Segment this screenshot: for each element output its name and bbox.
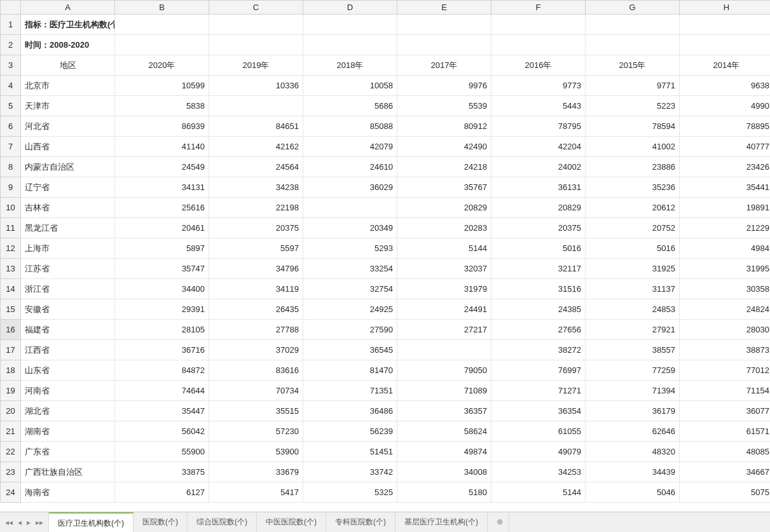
tab-nav-next-icon[interactable]: ▸ [25,518,32,527]
value-cell[interactable]: 61055 [492,421,586,442]
value-cell[interactable]: 36131 [492,177,586,198]
value-cell[interactable]: 85088 [303,116,397,137]
value-cell[interactable]: 4990 [680,96,771,116]
tab-nav-first-icon[interactable]: ◂◂ [4,518,14,527]
row-header-14[interactable]: 14 [1,279,21,299]
add-sheet-icon[interactable]: ⊕ [488,512,509,532]
region-cell[interactable]: 广西壮族自治区 [21,462,115,482]
value-cell[interactable]: 34238 [209,177,303,198]
value-cell[interactable]: 35515 [209,401,303,421]
value-cell[interactable]: 32117 [492,259,586,279]
header-year[interactable]: 2017年 [397,55,492,76]
value-cell[interactable]: 86939 [115,116,209,137]
value-cell[interactable]: 20612 [586,198,680,218]
value-cell[interactable]: 5144 [492,482,586,503]
value-cell[interactable]: 38873 [680,340,771,360]
value-cell[interactable]: 23426 [680,157,771,177]
value-cell[interactable]: 38557 [586,340,680,360]
value-cell[interactable]: 4984 [680,238,771,259]
row-header-13[interactable]: 13 [1,259,21,279]
value-cell[interactable]: 24925 [303,299,397,320]
value-cell[interactable]: 20375 [209,218,303,238]
value-cell[interactable]: 32754 [303,279,397,299]
row-header-3[interactable]: 3 [1,55,21,76]
row-header-21[interactable]: 21 [1,421,21,442]
value-cell[interactable]: 61571 [680,421,771,442]
value-cell[interactable]: 49079 [492,442,586,462]
row-header-5[interactable]: 5 [1,96,21,116]
value-cell[interactable]: 36354 [492,401,586,421]
value-cell[interactable]: 31516 [492,279,586,299]
value-cell[interactable]: 33742 [303,462,397,482]
value-cell[interactable]: 20829 [397,198,492,218]
value-cell[interactable]: 20461 [115,218,209,238]
value-cell[interactable]: 5838 [115,96,209,116]
value-cell[interactable]: 31995 [680,259,771,279]
row-header-20[interactable]: 20 [1,401,21,421]
row-header-6[interactable]: 6 [1,116,21,137]
value-cell[interactable]: 37029 [209,340,303,360]
value-cell[interactable]: 31137 [586,279,680,299]
header-year[interactable]: 2014年 [680,55,771,76]
value-cell[interactable]: 5046 [586,482,680,503]
value-cell[interactable]: 27656 [492,320,586,340]
region-cell[interactable]: 广东省 [21,442,115,462]
value-cell[interactable]: 20752 [586,218,680,238]
value-cell[interactable]: 5144 [397,238,492,259]
value-cell[interactable]: 24549 [115,157,209,177]
value-cell[interactable]: 71351 [303,381,397,401]
value-cell[interactable]: 42162 [209,137,303,157]
row-header-17[interactable]: 17 [1,340,21,360]
value-cell[interactable]: 27788 [209,320,303,340]
value-cell[interactable]: 55900 [115,442,209,462]
cell-empty[interactable] [397,15,492,35]
value-cell[interactable]: 79050 [397,360,492,381]
cell-empty[interactable] [303,15,397,35]
cell-empty[interactable] [303,35,397,55]
value-cell[interactable]: 36179 [586,401,680,421]
spreadsheet-grid[interactable]: ABCDEFGH 1指标：医疗卫生机构数(个)2时间：2008-20203地区2… [0,0,770,512]
value-cell[interactable]: 24385 [492,299,586,320]
column-header-A[interactable]: A [21,1,115,15]
value-cell[interactable]: 33875 [115,462,209,482]
cell-empty[interactable] [209,15,303,35]
region-cell[interactable]: 上海市 [21,238,115,259]
header-region[interactable]: 地区 [21,55,115,76]
value-cell[interactable]: 41002 [586,137,680,157]
value-cell[interactable]: 34131 [115,177,209,198]
cell-empty[interactable] [492,15,586,35]
value-cell[interactable]: 77012 [680,360,771,381]
indicator-title[interactable]: 指标：医疗卫生机构数(个) [21,15,115,35]
row-header-2[interactable]: 2 [1,35,21,55]
value-cell[interactable]: 71271 [492,381,586,401]
value-cell[interactable]: 26435 [209,299,303,320]
region-cell[interactable]: 安徽省 [21,299,115,320]
column-header-F[interactable]: F [492,1,586,15]
value-cell[interactable]: 35236 [586,177,680,198]
value-cell[interactable]: 10599 [115,76,209,96]
value-cell[interactable]: 24853 [586,299,680,320]
value-cell[interactable]: 36029 [303,177,397,198]
value-cell[interactable]: 56042 [115,421,209,442]
region-cell[interactable]: 海南省 [21,482,115,503]
value-cell[interactable]: 71394 [586,381,680,401]
value-cell[interactable]: 62646 [586,421,680,442]
value-cell[interactable]: 9771 [586,76,680,96]
value-cell[interactable]: 42204 [492,137,586,157]
region-cell[interactable]: 山东省 [21,360,115,381]
region-cell[interactable]: 河南省 [21,381,115,401]
header-year[interactable]: 2016年 [492,55,586,76]
value-cell[interactable]: 48085 [680,442,771,462]
region-cell[interactable]: 江西省 [21,340,115,360]
value-cell[interactable]: 29391 [115,299,209,320]
row-header-19[interactable]: 19 [1,381,21,401]
value-cell[interactable]: 36357 [397,401,492,421]
value-cell[interactable]: 76997 [492,360,586,381]
value-cell[interactable]: 27217 [397,320,492,340]
header-year[interactable]: 2019年 [209,55,303,76]
value-cell[interactable]: 71089 [397,381,492,401]
value-cell[interactable]: 42490 [397,137,492,157]
value-cell[interactable]: 35441 [680,177,771,198]
cell-empty[interactable] [680,35,771,55]
value-cell[interactable]: 42079 [303,137,397,157]
